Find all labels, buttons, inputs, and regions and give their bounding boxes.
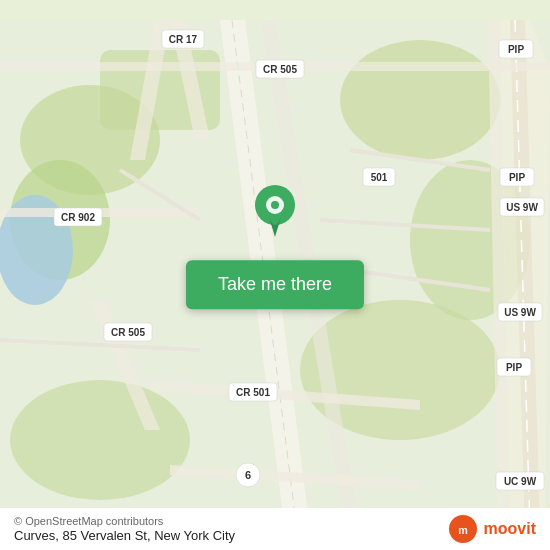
copyright-text: © OpenStreetMap contributors [14, 515, 449, 527]
svg-text:m: m [458, 524, 468, 536]
svg-text:US 9W: US 9W [506, 202, 538, 213]
svg-text:CR 17: CR 17 [169, 34, 198, 45]
svg-point-4 [340, 40, 500, 160]
svg-text:PIP: PIP [506, 362, 522, 373]
svg-text:501: 501 [371, 172, 388, 183]
svg-text:6: 6 [245, 469, 251, 481]
svg-point-7 [10, 380, 190, 500]
svg-text:CR 902: CR 902 [61, 212, 95, 223]
map-container: CR 17 CR 505 PIP US 9W 501 PIP CR 902 CR… [0, 0, 550, 550]
svg-text:PIP: PIP [509, 172, 525, 183]
map-pin [253, 185, 297, 243]
svg-text:UC 9W: UC 9W [504, 476, 537, 487]
svg-text:CR 505: CR 505 [263, 64, 297, 75]
svg-text:PIP: PIP [508, 44, 524, 55]
svg-text:US 9W: US 9W [504, 307, 536, 318]
moovit-icon: m [449, 515, 477, 543]
moovit-logo: m moovit [449, 515, 536, 543]
bottom-info-bar: © OpenStreetMap contributors Curves, 85 … [0, 508, 550, 550]
svg-text:CR 505: CR 505 [111, 327, 145, 338]
svg-point-46 [271, 201, 279, 209]
location-label: Curves, 85 Vervalen St, New York City [14, 528, 449, 543]
svg-text:CR 501: CR 501 [236, 387, 270, 398]
take-me-there-button[interactable]: Take me there [186, 260, 364, 309]
moovit-logo-text: moovit [484, 520, 536, 538]
